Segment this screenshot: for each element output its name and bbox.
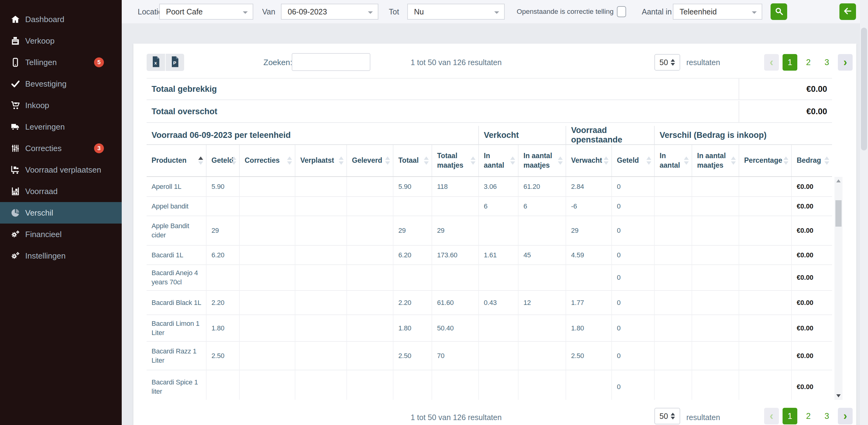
data-cell: 6 [518, 197, 565, 216]
page-size-select-top[interactable]: 50 [654, 54, 680, 71]
data-cell [295, 265, 346, 290]
sort-icon [783, 157, 788, 165]
column-header-bedrag-14[interactable]: Bedrag [791, 145, 832, 176]
sidebar-item-instellingen[interactable]: Instellingen [0, 245, 122, 266]
data-cell [654, 177, 691, 196]
sidebar-item-verkoop[interactable]: Verkoop [0, 30, 122, 52]
column-header-in-aantal-7[interactable]: In aantal [478, 145, 518, 176]
column-label: Percentage [744, 156, 782, 165]
data-cell: €0.00 [791, 291, 832, 315]
sidebar-item-label: Inkoop [25, 101, 49, 110]
column-header-in-aantal-maatjes-12[interactable]: In aantal maatjes [691, 145, 739, 176]
data-cell [206, 265, 239, 290]
filter-bar: Locatie Poort Cafe Van 06-09-2023 Tot Nu… [122, 0, 868, 23]
page-size-select-bottom[interactable]: 50 [654, 408, 680, 424]
data-cell: 2.20 [206, 291, 239, 315]
column-header-geteld-1[interactable]: Geteld [206, 145, 239, 176]
data-cell [346, 197, 393, 216]
data-cell: 50.40 [432, 315, 478, 341]
sidebar-item-verschil[interactable]: Verschil [0, 202, 122, 224]
pagination-page-3[interactable]: 3 [819, 54, 834, 71]
pagination-next[interactable]: › [838, 408, 852, 424]
sidebar-item-voorraad-verplaatsen[interactable]: Voorraad verplaatsen [0, 159, 122, 181]
pagination-prev[interactable]: ‹ [764, 54, 779, 71]
data-cell: 12 [518, 291, 565, 315]
pie-chart-icon [9, 207, 22, 218]
table-row-appel-bandit: Appel bandit66-60€0.00 [147, 197, 832, 216]
sidebar-item-leveringen[interactable]: Leveringen [0, 116, 122, 138]
sidebar-item-inkoop[interactable]: Inkoop [0, 95, 122, 116]
pagination-page-1[interactable]: 1 [782, 408, 797, 424]
table-row-bacardi-spice-1-liter: Bacardi Spice 1 liter0€0.00 [147, 370, 832, 400]
table-scrollbar[interactable] [835, 177, 842, 400]
sidebar-item-bevestiging[interactable]: Bevestiging [0, 73, 122, 95]
scrollbar-thumb[interactable] [835, 200, 842, 227]
aantal-in-select[interactable]: Teleenheid [673, 4, 762, 20]
home-icon [9, 14, 22, 25]
data-cell [739, 315, 791, 341]
van-date-select[interactable]: 06-09-2023 [281, 4, 378, 20]
scroll-down-icon[interactable] [836, 394, 841, 397]
data-cell [295, 197, 346, 216]
data-cell [346, 265, 393, 290]
column-label: Geteld [617, 156, 639, 165]
column-header-verwacht-9[interactable]: Verwacht [565, 145, 611, 176]
pagination-page-3[interactable]: 3 [819, 408, 834, 424]
search-input[interactable] [292, 53, 370, 71]
pagination-page-2[interactable]: 2 [801, 54, 816, 71]
sort-icon [198, 157, 203, 165]
column-header-geleverd-4[interactable]: Geleverd [346, 145, 393, 176]
column-header-geteld-10[interactable]: Geteld [611, 145, 654, 176]
data-cell [739, 370, 791, 400]
table-row-aperoll-1l: Aperoll 1L5.905.901183.0661.202.840€0.00 [147, 177, 832, 197]
data-cell: -6 [565, 197, 611, 216]
data-cell [239, 370, 295, 400]
group-header-voorraad-06-09-2023-per-teleenheid: Voorraad 06-09-2023 per teleenheid [147, 126, 478, 144]
back-button[interactable] [839, 3, 856, 20]
tot-select[interactable]: Nu [407, 4, 505, 20]
product-name-cell: Bacardi 1L [147, 246, 206, 264]
zoeken-label: Zoeken: [264, 54, 292, 71]
results-info-bottom: 1 tot 50 van 126 resultaten [411, 409, 502, 425]
sidebar-item-voorraad[interactable]: Voorraad [0, 181, 122, 202]
sidebar-item-financieel[interactable]: Financieel [0, 224, 122, 245]
page-scrollbar-thumb[interactable] [861, 28, 867, 151]
data-cell: 6 [478, 197, 518, 216]
sort-icon [424, 157, 429, 165]
sidebar: DashboardVerkoopTellingen5BevestigingInk… [0, 0, 122, 425]
column-header-totaal-maatjes-6[interactable]: Totaal maatjes [432, 145, 478, 176]
sidebar-item-tellingen[interactable]: Tellingen5 [0, 52, 122, 73]
locatie-select[interactable]: Poort Cafe [159, 4, 253, 20]
column-header-verplaatst-3[interactable]: Verplaatst [295, 145, 346, 176]
export-pdf-button[interactable]: P [166, 54, 184, 71]
column-header-in-aantal-11[interactable]: In aantal [654, 145, 691, 176]
openstaande-checkbox[interactable] [617, 6, 626, 17]
column-header-totaal-5[interactable]: Totaal [393, 145, 432, 176]
page-scrollbar[interactable] [860, 0, 868, 425]
data-cell: 0 [611, 291, 654, 315]
data-cell: €0.00 [791, 370, 832, 400]
column-header-producten-0[interactable]: Producten [147, 145, 206, 176]
scroll-up-icon[interactable] [836, 179, 841, 183]
column-label: Verwacht [571, 156, 602, 165]
export-excel-button[interactable]: x [147, 54, 165, 71]
column-header-in-aantal-maatjes-8[interactable]: In aantal maatjes [518, 145, 565, 176]
column-header-percentage-13[interactable]: Percentage [739, 145, 791, 176]
search-button[interactable] [771, 3, 787, 20]
search-icon [774, 6, 783, 17]
sort-icon [471, 157, 475, 165]
data-cell [654, 315, 691, 341]
column-header-correcties-2[interactable]: Correcties [239, 145, 295, 176]
sort-icon [339, 157, 344, 165]
data-cell [654, 265, 691, 290]
pagination-prev[interactable]: ‹ [764, 408, 779, 424]
table-row-bacardi-anejo-4-years-70cl: Bacardi Anejo 4 years 70cl0€0.00 [147, 265, 832, 291]
pagination-page-2[interactable]: 2 [801, 408, 816, 424]
sidebar-item-correcties[interactable]: Correcties3 [0, 138, 122, 159]
data-cell: 0 [611, 216, 654, 245]
pagination-bottom: ‹123› [764, 408, 852, 424]
data-cell [654, 246, 691, 264]
pagination-page-1[interactable]: 1 [782, 54, 797, 71]
sidebar-item-dashboard[interactable]: Dashboard [0, 9, 122, 30]
pagination-next[interactable]: › [838, 54, 852, 71]
